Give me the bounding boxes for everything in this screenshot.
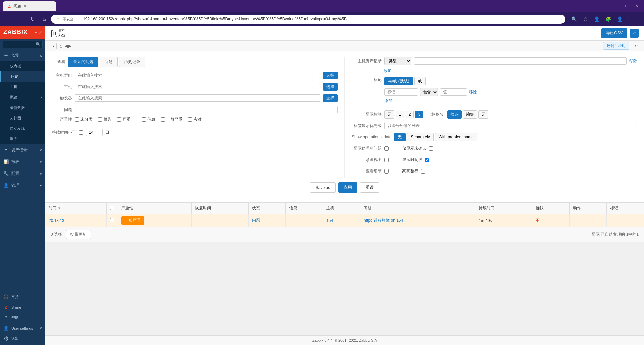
show-handling-cb[interactable] <box>384 146 389 151</box>
inventory-add-link[interactable]: 添加 <box>384 68 637 74</box>
reload-btn[interactable]: ↻ <box>27 14 38 24</box>
sidebar-item-problems[interactable]: 问题 <box>0 71 45 82</box>
compact-view-cb[interactable] <box>384 158 389 162</box>
severity-warning-cb-label[interactable]: 警告 <box>98 117 112 122</box>
sidebar-item-dashboard[interactable]: 仪表板 <box>0 61 45 71</box>
severity-unclassified-cb[interactable] <box>75 117 79 122</box>
breadcrumb-left-arrow[interactable]: ‹ <box>635 44 636 48</box>
sidebar-item-help[interactable]: ? 帮助 <box>0 313 45 323</box>
sidebar-item-admin[interactable]: 👤 管理 ∨ <box>0 180 45 191</box>
host-group-select-btn[interactable]: 选择 <box>323 72 338 79</box>
tab-problems[interactable]: 问题 <box>100 57 118 67</box>
extensions-btn[interactable]: 🧩 <box>603 14 613 24</box>
home-icon[interactable]: ⌂ <box>59 43 62 49</box>
show-tags-1-btn[interactable]: 1 <box>396 111 404 118</box>
expand-view-btn[interactable]: ⤢ <box>630 29 639 38</box>
sidebar-item-topology[interactable]: 拓扑图 <box>0 113 45 123</box>
severity-severe-cb[interactable] <box>117 117 121 122</box>
trigger-select-btn[interactable]: 选择 <box>323 94 338 102</box>
sidebar-item-hosts[interactable]: 主机 <box>0 82 45 92</box>
tag-priority-input[interactable] <box>384 122 637 129</box>
severity-info-cb[interactable] <box>142 117 146 122</box>
row-checkbox[interactable] <box>110 218 114 222</box>
breadcrumb-back-btn[interactable]: ‹ <box>51 43 57 49</box>
tag-add-link[interactable]: 添加 <box>384 98 477 104</box>
trigger-input[interactable] <box>75 94 320 102</box>
duration-input[interactable] <box>86 129 103 136</box>
inventory-select[interactable]: 类型 <box>384 57 411 65</box>
tag-name-abbrev-btn[interactable]: 缩短 <box>463 110 477 119</box>
sidebar-item-assets[interactable]: ≡ 资产记录 ∨ <box>0 145 45 156</box>
show-timeline-cb[interactable] <box>425 158 429 162</box>
severity-general-cb[interactable] <box>161 117 165 122</box>
problem-link[interactable]: httpd 进程故障 on 154 <box>364 218 403 223</box>
tag-op-or[interactable]: 或 <box>414 77 426 85</box>
home-btn[interactable]: ⌂ <box>39 14 50 24</box>
minimize-btn[interactable]: — <box>612 1 621 11</box>
forward-btn[interactable]: → <box>15 14 25 24</box>
bookmark-btn[interactable]: ☆ <box>581 14 591 24</box>
show-tags-3-btn[interactable]: 3 <box>415 111 423 118</box>
tab-history[interactable]: 历史记录 <box>119 57 145 67</box>
breadcrumb-nav-back[interactable]: ◀ <box>65 44 68 48</box>
address-input-container[interactable]: ⚠ 不安全 | 192.168.200.152/zabbix.php?show=… <box>51 15 565 24</box>
more-btn[interactable]: ⋯ <box>631 14 641 24</box>
sidebar-item-latest[interactable]: 最新数据 <box>0 102 45 113</box>
sidebar-item-user-settings[interactable]: 👤 User settings ∨ <box>0 323 45 333</box>
back-btn[interactable]: ← <box>3 14 13 24</box>
sidebar-collapse-btn[interactable]: « <box>35 30 37 35</box>
tag-op-and-or[interactable]: 与/或 (默认) <box>384 77 413 85</box>
search-icon[interactable]: 🔍 <box>36 42 41 47</box>
op-none-btn[interactable]: 无 <box>394 133 406 141</box>
close-tab-btn[interactable]: × <box>24 4 26 8</box>
sidebar-item-config[interactable]: 🔧 配置 ∨ <box>0 168 45 179</box>
close-window-btn[interactable]: ✕ <box>632 1 641 11</box>
tag-name-none-btn[interactable]: 无 <box>478 110 488 119</box>
tag-condition-select[interactable]: 包含 <box>420 88 438 96</box>
profile-btn[interactable]: 👤 <box>592 14 602 24</box>
sidebar-item-services[interactable]: 服务 <box>0 134 45 144</box>
breadcrumb-right-arrow[interactable]: › <box>637 44 639 48</box>
view-details-cb[interactable] <box>384 169 389 174</box>
tag-value-input[interactable] <box>440 88 467 96</box>
tag-name-full-btn[interactable]: 候选 <box>447 110 462 119</box>
severity-severe[interactable]: 严重 <box>117 117 131 122</box>
show-tags-2-btn[interactable]: 2 <box>406 111 414 118</box>
show-tags-none-btn[interactable]: 无 <box>384 110 394 119</box>
select-all-cb[interactable] <box>110 206 114 210</box>
inventory-value-input[interactable] <box>414 57 627 65</box>
status-link[interactable]: 问题 <box>252 218 260 223</box>
tab-recent[interactable]: 最近的问题 <box>68 57 98 67</box>
severity-general[interactable]: 一般严重 <box>161 117 182 122</box>
active-tab[interactable]: Z 问题 × <box>3 1 56 11</box>
sidebar-item-logout[interactable]: ⏻ 退出 <box>0 333 45 344</box>
time-link[interactable]: 20:18:13 <box>49 218 64 223</box>
profile2-btn[interactable]: 👤 <box>615 14 625 24</box>
sidebar-item-autodiscovery[interactable]: 自动发现 <box>0 123 45 134</box>
severity-unclassified[interactable]: 未分类 <box>75 117 93 122</box>
new-tab-btn[interactable]: + <box>58 1 71 11</box>
sidebar-expand-btn[interactable]: ⤢ <box>39 30 42 35</box>
sidebar-item-monitor[interactable]: 👁 监测 ∧ <box>0 50 45 61</box>
search-browser-btn[interactable]: 🔍 <box>569 14 579 24</box>
host-select-btn[interactable]: 选择 <box>323 83 338 91</box>
reset-btn[interactable]: 重设 <box>360 182 379 193</box>
op-separately-btn[interactable]: Separately <box>407 133 433 141</box>
inventory-remove-link[interactable]: 移除 <box>629 58 637 64</box>
maximize-btn[interactable]: □ <box>622 1 631 11</box>
severity-warning-cb[interactable] <box>98 117 102 122</box>
save-as-btn[interactable]: Save as <box>310 182 336 193</box>
host-link[interactable]: 154 <box>326 218 333 223</box>
mass-update-btn[interactable]: 批量更新 <box>66 230 91 239</box>
problem-input[interactable] <box>75 106 338 113</box>
sidebar-item-overview[interactable]: 概览 › <box>0 92 45 102</box>
apply-btn[interactable]: 应用 <box>338 182 357 193</box>
host-input[interactable] <box>75 83 320 90</box>
severity-disaster-cb[interactable] <box>188 117 192 122</box>
highlight-cb[interactable] <box>421 169 425 174</box>
only-unconfirmed-cb[interactable] <box>429 146 433 151</box>
breadcrumb-nav-forward[interactable]: ▶ <box>68 44 71 48</box>
host-group-input[interactable] <box>75 72 320 79</box>
severity-info[interactable]: 信息 <box>142 117 155 122</box>
tag-remove-link[interactable]: 移除 <box>469 89 477 95</box>
